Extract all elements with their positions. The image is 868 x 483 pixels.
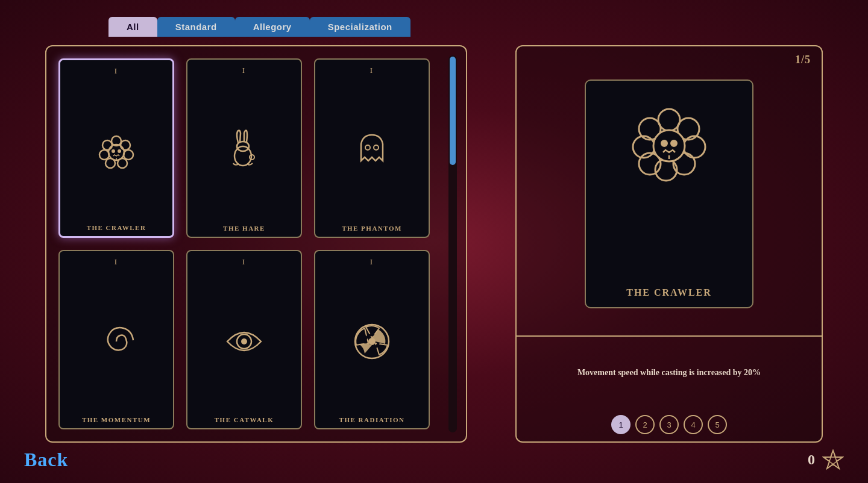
svg-point-17 — [241, 338, 247, 344]
card-radiation-name: THE RADIATION — [339, 416, 405, 423]
scrollbar[interactable] — [448, 55, 457, 432]
tab-specialization[interactable]: Specialization — [310, 17, 410, 37]
cards-panel: I THE CR — [45, 45, 467, 443]
page-btn-4[interactable]: 4 — [684, 415, 703, 434]
svg-point-8 — [112, 149, 115, 153]
svg-point-11 — [234, 146, 251, 166]
card-momentum[interactable]: I THE MOMENTUM — [58, 250, 174, 429]
svg-point-14 — [365, 145, 370, 150]
card-radiation-roman: I — [370, 257, 374, 267]
description-text: Movement speed while casting is increase… — [577, 366, 761, 379]
card-crawler-icon — [65, 79, 168, 221]
pagination: 1 2 3 4 5 — [517, 408, 822, 441]
svg-point-9 — [118, 149, 121, 153]
page-btn-1[interactable]: 1 — [611, 415, 631, 434]
card-crawler-name: THE CRAWLER — [87, 224, 146, 231]
score-value: 0 — [808, 452, 815, 468]
card-hare-name: THE HARE — [223, 225, 265, 232]
score-area: 0 — [808, 449, 844, 471]
star-icon — [822, 449, 844, 471]
page-btn-5[interactable]: 5 — [708, 415, 727, 434]
card-catwalk[interactable]: I THE CATWALK — [186, 250, 302, 429]
detail-panel: 1/5 — [515, 45, 823, 443]
tabs-bar: All Standard Allegory Specialization — [108, 17, 410, 37]
tab-allegory[interactable]: Allegory — [235, 17, 310, 37]
scrollbar-thumb — [450, 57, 456, 165]
card-catwalk-name: THE CATWALK — [215, 416, 274, 423]
page-btn-3[interactable]: 3 — [659, 415, 679, 434]
tab-standard[interactable]: Standard — [157, 17, 235, 37]
card-phantom-icon — [320, 78, 424, 222]
svg-point-30 — [661, 140, 668, 147]
page-btn-2[interactable]: 2 — [635, 415, 655, 434]
card-crawler-roman: I — [115, 66, 118, 76]
svg-point-1 — [121, 140, 130, 150]
card-phantom[interactable]: I THE PHANTOM — [314, 58, 430, 238]
svg-point-6 — [102, 140, 112, 150]
svg-point-15 — [374, 145, 379, 150]
card-crawler[interactable]: I THE CR — [58, 58, 174, 238]
big-card-area: THE CRAWLER — [517, 46, 822, 335]
card-hare[interactable]: I THE HARE — [186, 58, 302, 238]
card-momentum-roman: I — [115, 257, 118, 267]
svg-line-35 — [829, 450, 833, 461]
card-radiation[interactable]: I — [314, 250, 430, 429]
card-hare-icon — [192, 78, 296, 222]
big-card: THE CRAWLER — [585, 79, 753, 308]
page-counter: 1/5 — [795, 54, 811, 66]
big-card-name: THE CRAWLER — [626, 287, 712, 298]
svg-point-23 — [684, 136, 705, 158]
tab-all[interactable]: All — [108, 17, 157, 37]
svg-point-2 — [124, 150, 133, 160]
card-phantom-name: THE PHANTOM — [342, 225, 402, 232]
card-catwalk-icon — [192, 270, 296, 413]
card-phantom-roman: I — [370, 66, 374, 75]
svg-line-34 — [833, 450, 837, 461]
card-radiation-icon — [320, 270, 424, 413]
cards-grid: I THE CR — [58, 58, 430, 429]
svg-point-21 — [658, 109, 680, 131]
back-button[interactable]: Back — [24, 449, 68, 471]
card-catwalk-roman: I — [242, 257, 246, 267]
big-card-icon — [621, 93, 717, 192]
svg-point-5 — [99, 150, 109, 160]
description-area: Movement speed while casting is increase… — [517, 335, 822, 408]
bottom-bar: Back 0 — [0, 449, 868, 471]
svg-point-31 — [670, 140, 678, 147]
card-momentum-icon — [64, 270, 168, 413]
card-momentum-name: THE MOMENTUM — [82, 416, 151, 423]
card-hare-roman: I — [242, 66, 246, 75]
